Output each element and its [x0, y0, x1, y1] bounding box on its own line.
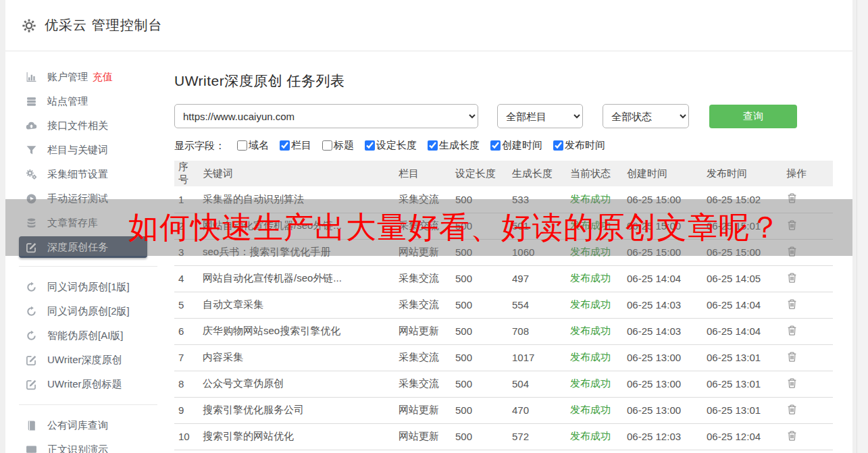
category-select[interactable]: 全部栏目: [497, 104, 583, 128]
checkbox-input[interactable]: [490, 140, 501, 151]
checkbox-input[interactable]: [365, 140, 375, 151]
cell-published-time: 06-25 12:04: [703, 423, 782, 450]
cell-index: 6: [174, 318, 199, 344]
checkbox-input[interactable]: [428, 140, 438, 151]
sidebar-item-同义词伪原创[2版][interactable]: 同义词伪原创[2版]: [5, 299, 169, 323]
column-header-生成长度: 生成长度: [508, 161, 566, 186]
cell-status: 发布成功: [566, 371, 623, 397]
cell-action: [782, 318, 833, 344]
sidebar-item-label: 公有词库查询: [47, 419, 108, 432]
cell-category: 网站更新: [394, 397, 451, 423]
cell-gen-length: 1017: [508, 344, 566, 371]
vertical-scrollbar[interactable]: [857, 0, 868, 453]
cell-published-time: 06-25 13:01: [703, 397, 782, 423]
cell-published-time: 06-25 13:01: [703, 371, 782, 397]
sidebar-item-label: 接口文件相关: [47, 119, 108, 132]
delete-button[interactable]: [786, 298, 798, 310]
table-row: 8公众号文章伪原创采集交流500504发布成功06-25 13:0006-25 …: [174, 371, 833, 397]
column-header-序号: 序号: [174, 161, 199, 186]
table-row: 10搜索引擎的网站优化网站更新500572发布成功06-25 12:0306-2…: [174, 423, 833, 450]
cell-category: 采集交流: [394, 344, 451, 371]
delete-button[interactable]: [786, 430, 798, 442]
checkbox-label: 标题: [334, 139, 354, 152]
cell-published-time: 06-25 14:05: [703, 265, 782, 292]
delete-button[interactable]: [786, 325, 798, 336]
cell-set-length: 500: [451, 344, 508, 371]
query-button[interactable]: 查询: [709, 105, 797, 128]
cloud-upload-icon: [26, 120, 37, 132]
sidebar-item-label: 采集细节设置: [47, 168, 108, 181]
app-header: 优采云 管理控制台: [5, 0, 852, 51]
cell-category: 采集交流: [394, 371, 451, 397]
status-select[interactable]: 全部状态: [603, 104, 689, 128]
sidebar-item-正文识别演示[interactable]: 正文识别演示: [5, 437, 169, 453]
cell-created-time: 06-25 12:03: [623, 423, 703, 450]
sidebar-item-label: UWriter原创标题: [47, 378, 122, 391]
overlay-caption: 如何快速生产出大量好看、好读的原创文章呢？: [128, 199, 781, 256]
cell-set-length: 500: [451, 318, 508, 344]
sidebar-item-label: 智能伪原创[AI版]: [47, 329, 124, 342]
sidebar-item-label: UWriter深度原创: [47, 354, 122, 367]
checkbox-input[interactable]: [322, 140, 332, 151]
cell-category: 网站更新: [394, 423, 451, 450]
sidebar-item-账户管理[interactable]: 账户管理充值: [5, 65, 169, 89]
cell-gen-length: 504: [508, 371, 566, 397]
delete-button[interactable]: [786, 272, 798, 284]
cell-category: 网站更新: [394, 318, 451, 344]
checkbox-label: 栏目: [291, 139, 311, 152]
sidebar-item-站点管理[interactable]: 站点管理: [5, 89, 169, 113]
display-fields-label: 显示字段：: [174, 140, 225, 153]
cell-action: [782, 265, 833, 292]
cell-published-time: 06-25 14:04: [703, 292, 782, 318]
field-checkbox-域名[interactable]: 域名: [237, 139, 269, 152]
cell-created-time: 06-25 14:04: [623, 265, 703, 292]
checkbox-input[interactable]: [553, 140, 563, 151]
column-header-设定长度: 设定长度: [451, 161, 508, 186]
field-checkbox-生成长度[interactable]: 生成长度: [428, 139, 480, 152]
field-checkbox-创建时间[interactable]: 创建时间: [490, 139, 542, 152]
site-select[interactable]: https://www.ucaiyun.com: [174, 104, 478, 128]
sidebar-item-UWriter原创标题[interactable]: UWriter原创标题: [5, 372, 169, 396]
delete-button[interactable]: [786, 377, 798, 389]
monitor-icon: [26, 444, 37, 453]
filter-row: https://www.ucaiyun.com 全部栏目 全部状态 查询: [174, 104, 833, 128]
table-row: 6庆华购物网站seo搜索引擎优化网站更新500708发布成功06-25 14:0…: [174, 318, 833, 344]
column-header-操作: 操作: [782, 161, 833, 186]
sidebar-item-接口文件相关[interactable]: 接口文件相关: [5, 113, 169, 138]
delete-button[interactable]: [786, 351, 798, 363]
field-checkbox-栏目[interactable]: 栏目: [280, 139, 311, 152]
cell-keyword: 自动文章采集: [199, 292, 394, 318]
cell-keyword: 搜索引擎优化服务公司: [199, 397, 394, 423]
cell-status: 发布成功: [566, 423, 623, 450]
cell-set-length: 500: [451, 265, 508, 292]
checkbox-input[interactable]: [237, 140, 247, 151]
field-checkbox-标题[interactable]: 标题: [322, 139, 354, 152]
gear-icon: [22, 18, 36, 33]
table-row: 7内容采集采集交流5001017发布成功06-25 13:0006-25 13:…: [174, 344, 833, 371]
table-row: 4网站自动化宣传机器/seo外链...采集交流500497发布成功06-25 1…: [174, 265, 833, 292]
cell-published-time: 06-25 14:04: [703, 318, 782, 344]
sidebar-item-智能伪原创[AI版][interactable]: 智能伪原创[AI版]: [5, 323, 169, 348]
sidebar-item-同义词伪原创[1版][interactable]: 同义词伪原创[1版]: [5, 275, 169, 299]
sidebar-item-采集细节设置[interactable]: 采集细节设置: [5, 162, 169, 186]
column-header-栏目: 栏目: [394, 161, 451, 186]
recharge-badge[interactable]: 充值: [93, 71, 113, 84]
cell-action: [782, 423, 833, 450]
sidebar-item-栏目与关键词[interactable]: 栏目与关键词: [5, 138, 169, 162]
checkbox-input[interactable]: [280, 140, 290, 151]
checkbox-label: 发布时间: [565, 139, 605, 152]
cell-set-length: 500: [451, 371, 508, 397]
sidebar-item-label: 同义词伪原创[2版]: [47, 305, 130, 318]
field-checkbox-发布时间[interactable]: 发布时间: [553, 139, 605, 152]
field-checkbox-设定长度[interactable]: 设定长度: [365, 139, 417, 152]
sidebar-item-UWriter深度原创[interactable]: UWriter深度原创: [5, 348, 169, 372]
sidebar-item-公有词库查询[interactable]: 公有词库查询: [5, 413, 169, 437]
delete-button[interactable]: [786, 404, 798, 415]
column-header-创建时间: 创建时间: [623, 161, 703, 186]
checkbox-label: 创建时间: [502, 139, 542, 152]
sidebar-item-label: 正文识别演示: [47, 444, 108, 453]
cell-status: 发布成功: [566, 344, 623, 371]
checkbox-label: 域名: [249, 139, 269, 152]
sidebar-item-label: 账户管理: [47, 71, 88, 84]
cell-status: 发布成功: [566, 292, 623, 318]
